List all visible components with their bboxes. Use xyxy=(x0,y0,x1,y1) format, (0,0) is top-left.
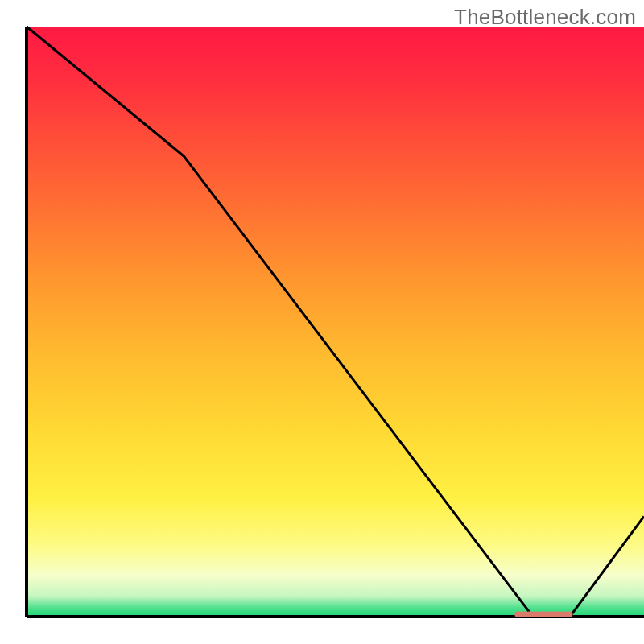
bottleneck-chart xyxy=(0,0,644,644)
chart-container: TheBottleneck.com xyxy=(0,0,644,644)
watermark-label: TheBottleneck.com xyxy=(454,5,636,30)
chart-background-gradient xyxy=(27,27,644,617)
